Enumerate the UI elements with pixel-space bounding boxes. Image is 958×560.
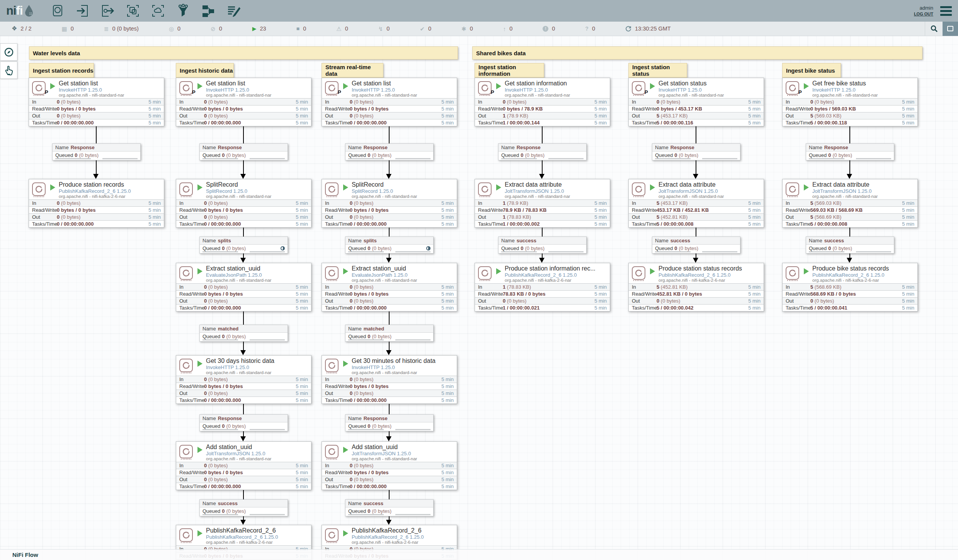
queue-indicator-bars — [202, 514, 285, 515]
stat-label: In — [786, 284, 810, 290]
processor-node[interactable]: Produce station records PublishKafkaReco… — [29, 179, 164, 228]
connection-label[interactable]: NameResponse Queued0(0 bytes) — [498, 143, 587, 160]
stat-value: 1 (78.83 KB) — [503, 214, 594, 220]
processor-node[interactable]: SplitRecord SplitRecord 1.25.0 org.apach… — [322, 179, 457, 228]
processor-bundle: org.apache.nifi - nifi-standard-nar — [659, 93, 724, 97]
stat-value: 1 (78.83 KB) — [503, 284, 594, 290]
processor-stat-row: Read/Write 0 bytes / 0 bytes 5 min — [176, 383, 311, 390]
connection-label[interactable]: NameResponse Queued0(0 bytes) — [345, 414, 434, 431]
processor-node[interactable]: Produce station status records PublishKa… — [628, 263, 764, 311]
connection-label[interactable]: Namesplits Queued0(0 bytes) — [199, 237, 288, 254]
stat-value: 1 / 00:00:00.021 — [503, 305, 594, 311]
processor-node[interactable]: Extract station_uuid EvaluateJsonPath 1.… — [322, 263, 457, 311]
stat-value: 5 (452.81 KB) — [657, 214, 748, 220]
canvas-label[interactable]: Ingest historic data — [176, 63, 234, 78]
cluster-count-value: 2 / 2 — [20, 26, 31, 32]
processor-node[interactable]: P Get station information InvokeHTTP 1.2… — [475, 78, 610, 126]
input-port-icon[interactable] — [75, 3, 90, 18]
connection-label[interactable]: Namesuccess Queued0(0 bytes) — [199, 499, 288, 516]
processor-node[interactable]: Produce bike status records PublishKafka… — [782, 263, 918, 311]
processor-node[interactable]: Extract data attribute JoltTransformJSON… — [475, 179, 610, 228]
queued-size: (0 bytes) — [679, 245, 699, 251]
flow-canvas[interactable]: Water levels dataShared bikes dataIngest… — [0, 36, 958, 560]
queued-count: 0 — [222, 245, 225, 251]
stopped-count-icon: ■ — [296, 26, 299, 31]
queued-count: 0 — [368, 334, 370, 339]
funnel-icon[interactable] — [176, 3, 191, 18]
connection-label[interactable]: Namematched Queued0(0 bytes) — [345, 325, 434, 342]
label-icon[interactable] — [226, 3, 241, 18]
canvas-label[interactable]: Ingest station information — [475, 63, 544, 78]
connection-label[interactable]: Namematched Queued0(0 bytes) — [199, 325, 288, 342]
connection-label[interactable]: NameResponse Queued0(0 bytes) — [52, 143, 141, 160]
canvas-label[interactable]: Stream real-time data — [322, 63, 383, 78]
queue-indicator-bars — [202, 251, 285, 252]
processor-node[interactable]: Add station_uuid JoltTransformJSON 1.25.… — [176, 441, 311, 490]
stat-value: 5 (568.69 KB) — [810, 214, 902, 220]
processor-bundle: org.apache.nifi - nifi-standard-nar — [659, 194, 724, 199]
birdseye-button[interactable] — [943, 22, 958, 36]
remote-process-group-icon[interactable] — [151, 3, 165, 18]
queued-count: 0 — [368, 508, 370, 514]
output-port-icon[interactable] — [100, 3, 115, 18]
refresh-status[interactable]: 13:30:25 GMT — [625, 26, 671, 32]
processor-node[interactable]: P Get station status InvokeHTTP 1.25.0 o… — [628, 78, 764, 126]
processor-name: Extract station_uuid — [352, 265, 406, 272]
connection-label[interactable]: Namesuccess Queued0(0 bytes) — [652, 237, 740, 254]
connection-label[interactable]: NameResponse Queued0(0 bytes) — [806, 143, 894, 160]
stat-label: Out — [325, 477, 350, 482]
stat-label: Out — [179, 113, 204, 119]
processor-node[interactable]: Extract station_uuid EvaluateJsonPath 1.… — [176, 263, 311, 311]
canvas-label[interactable]: Ingest station records — [29, 63, 94, 78]
connection-label[interactable]: NameResponse Queued0(0 bytes) — [345, 143, 434, 160]
canvas-label[interactable]: Ingest station status — [628, 63, 687, 78]
processor-node[interactable]: Extract data attribute JoltTransformJSON… — [628, 179, 764, 228]
processor-node[interactable]: Get 30 days historic data InvokeHTTP 1.2… — [176, 355, 311, 404]
processor-bundle: org.apache.nifi - nifi-standard-nar — [206, 93, 271, 97]
processor-stat-row: Tasks/Time 1 / 00:00:00.002 5 min — [475, 220, 610, 227]
canvas-label[interactable]: Water levels data — [29, 46, 458, 60]
stat-label: Out — [325, 113, 350, 119]
connection-label[interactable]: Namesuccess Queued0(0 bytes) — [806, 237, 894, 254]
processor-node[interactable]: SplitRecord SplitRecord 1.25.0 org.apach… — [176, 179, 311, 228]
processor-stat-row: Out 0 (0 bytes) 5 min — [176, 390, 311, 397]
connection-label[interactable]: Namesplits Queued0(0 bytes) — [345, 237, 434, 254]
template-icon[interactable] — [201, 3, 216, 18]
connection-label[interactable]: NameResponse Queued0(0 bytes) — [199, 414, 288, 431]
navigate-palette-button[interactable] — [0, 43, 17, 61]
processor-node[interactable]: Get 30 minutes of historic data InvokeHT… — [322, 355, 457, 404]
processor-node[interactable]: Add station_uuid JoltTransformJSON 1.25.… — [322, 441, 457, 490]
connection-label[interactable]: NameResponse Queued0(0 bytes) — [199, 143, 288, 160]
processor-node[interactable]: Produce station information rec... Publi… — [475, 263, 610, 311]
processor-name: Extract station_uuid — [206, 265, 260, 272]
connection-label[interactable]: NameResponse Queued0(0 bytes) — [652, 143, 740, 160]
processor-glyph-icon — [632, 266, 645, 280]
sync-failure-count: ?0 — [585, 26, 595, 32]
processor-node[interactable]: P Get free bike status InvokeHTTP 1.25.0… — [782, 78, 918, 126]
processor-type: EvaluateJsonPath 1.25.0 — [206, 272, 262, 278]
stat-value: 0 bytes / 0 bytes — [350, 470, 441, 475]
canvas-label[interactable]: Ingest bike status — [782, 63, 841, 78]
process-group-icon[interactable] — [126, 3, 140, 18]
logout-link[interactable]: LOG OUT — [914, 11, 933, 17]
stat-window: 5 min — [441, 200, 454, 206]
stat-label: Read/Write — [179, 106, 204, 112]
queued-size: (0 bytes) — [372, 508, 392, 514]
processor-node[interactable]: Extract data attribute JoltTransformJSON… — [782, 179, 918, 228]
processor-stat-row: Tasks/Time 0 / 00:00:00.000 5 min — [176, 397, 311, 403]
processor-node[interactable]: P Get station list InvokeHTTP 1.25.0 org… — [29, 78, 164, 126]
processor-node[interactable]: P Get station list InvokeHTTP 1.25.0 org… — [322, 78, 457, 126]
stat-label: Out — [32, 214, 57, 220]
up-to-date-count-icon: ✔ — [420, 26, 425, 32]
canvas-label[interactable]: Shared bikes data — [472, 46, 922, 60]
processor-node[interactable]: P Get station list InvokeHTTP 1.25.0 org… — [176, 78, 311, 126]
global-menu-icon[interactable] — [939, 5, 953, 17]
search-button[interactable] — [925, 22, 943, 36]
operate-palette-button[interactable] — [0, 61, 17, 79]
connection-label[interactable]: Namesuccess Queued0(0 bytes) — [345, 499, 434, 516]
connection-name: Response — [670, 145, 694, 150]
breadcrumb[interactable]: NiFi Flow — [12, 551, 38, 558]
stat-label: In — [32, 99, 57, 105]
processor-icon[interactable] — [50, 3, 65, 18]
connection-label[interactable]: Namesuccess Queued0(0 bytes) — [498, 237, 587, 254]
